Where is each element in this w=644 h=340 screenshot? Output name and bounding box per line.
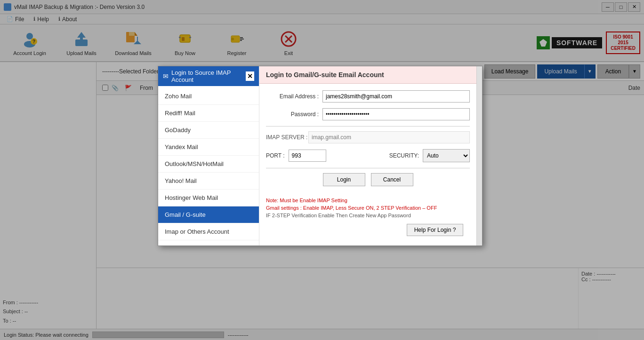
dialog-sidebar: ✉ Login to Source IMAP Account ✕ Zoho Ma… [158,66,259,245]
dialog-header-banner: Login to Gmail/G-suite Email Account [259,66,476,84]
note2: Gmail settings : Enable IMAP, Less Secur… [259,205,476,213]
password-row: Password : [266,108,470,120]
imap-server-label: IMAP SERVER : [266,134,308,141]
dialog-overlay: ✉ Login to Source IMAP Account ✕ Zoho Ma… [0,0,644,340]
port-label: PORT : [266,152,285,159]
email-label: Email Address : [266,93,322,100]
password-input[interactable] [322,108,470,120]
dialog-content: Login to Gmail/G-suite Email Account Ema… [259,66,476,245]
form-divider2 [266,168,470,168]
login-button[interactable]: Login [323,173,365,186]
security-select[interactable]: Auto SSL TLS None [423,149,470,162]
sidebar-item-rediff[interactable]: Rediff! Mail [158,105,259,122]
dialog-titlebar: ✉ Login to Source IMAP Account ✕ [158,66,259,86]
dialog-form: Email Address : Password : IMAP SERVER :… [259,84,476,198]
sidebar-item-zoho[interactable]: Zoho Mail [158,88,259,105]
imap-server-row: IMAP SERVER : [266,131,470,143]
security-label: SECURITY: [389,152,419,159]
dialog-scrollbar[interactable] [476,66,482,245]
sidebar-item-outlook[interactable]: Outlook/MSN/HotMail [158,156,259,173]
port-input[interactable] [289,150,326,162]
form-divider [266,126,470,127]
dialog-sidebar-items: Zoho Mail Rediff! Mail GoDaddy Yandex Ma… [158,86,259,242]
dialog-title: Login to Source IMAP Account [171,69,246,83]
sidebar-item-godaddy[interactable]: GoDaddy [158,122,259,139]
sidebar-item-hostinger[interactable]: Hostinger Web Mail [158,190,259,206]
sidebar-item-yahoo[interactable]: Yahoo! Mail [158,173,259,190]
port-security-row: PORT : SECURITY: Auto SSL TLS None [266,149,470,162]
dialog-title-icon: ✉ [163,72,169,80]
email-row: Email Address : [266,90,470,103]
note1: Note: Must be Enable IMAP Setting [259,198,476,205]
sidebar-item-yandex[interactable]: Yandex Mail [158,139,259,156]
dialog-buttons-row: Login Cancel [266,173,470,186]
login-dialog: ✉ Login to Source IMAP Account ✕ Zoho Ma… [158,66,483,246]
imap-server-input[interactable] [308,131,470,143]
cancel-button[interactable]: Cancel [371,173,413,186]
note3: IF 2-STEP Verification Enable Then Creat… [259,213,476,220]
sidebar-item-gmail[interactable]: Gmail / G-suite [158,206,259,223]
sidebar-item-imap-others[interactable]: Imap or Others Account [158,223,259,240]
dialog-close-button[interactable]: ✕ [246,71,254,81]
email-input[interactable] [322,90,470,103]
help-for-login-button[interactable]: Help For Login ? [407,224,463,236]
password-label: Password : [266,111,322,118]
